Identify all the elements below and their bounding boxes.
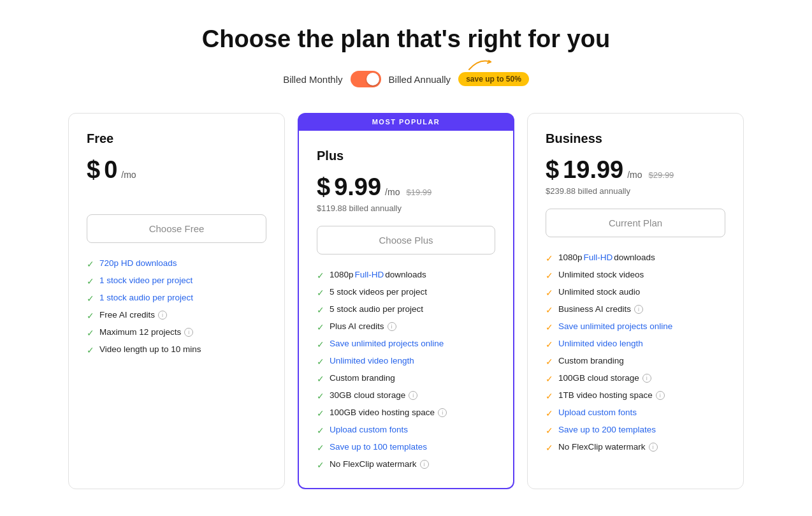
- check-icon: ✓: [87, 311, 94, 321]
- check-icon: ✓: [546, 253, 553, 263]
- list-item: ✓ 30GB cloud storage i: [317, 390, 495, 401]
- check-icon: ✓: [546, 391, 553, 401]
- page-title: Choose the plan that's right for you: [202, 26, 610, 53]
- feature-text: 1TB video hosting space i: [558, 390, 665, 400]
- price-dollar-free: $: [87, 156, 100, 184]
- price-billed-plus: $119.88 billed annually: [317, 203, 495, 213]
- price-amount-free: 0: [104, 156, 117, 184]
- info-icon[interactable]: i: [158, 311, 167, 320]
- list-item: ✓ 1 stock video per project: [87, 276, 266, 286]
- check-icon: ✓: [546, 357, 553, 367]
- choose-plus-button[interactable]: Choose Plus: [317, 226, 495, 254]
- plus-feature-list: ✓ 1080p Full-HD downloads ✓ 5 stock vide…: [317, 270, 495, 470]
- list-item: ✓ Save up to 200 templates: [546, 425, 725, 436]
- list-item: ✓ Upload custom fonts: [546, 408, 725, 418]
- choose-free-button[interactable]: Choose Free: [87, 214, 266, 243]
- price-per-free: /mo: [121, 170, 136, 180]
- list-item: ✓ 1080p Full-HD downloads: [546, 253, 725, 263]
- list-item: ✓ 100GB video hosting space i: [317, 408, 495, 418]
- list-item: ✓ Business AI credits i: [546, 304, 725, 315]
- info-icon[interactable]: i: [634, 305, 643, 314]
- feature-link[interactable]: Upload custom fonts: [558, 408, 637, 417]
- feature-link[interactable]: Upload custom fonts: [330, 425, 408, 434]
- check-icon: ✓: [317, 443, 324, 453]
- list-item: ✓ 5 stock videos per project: [317, 287, 495, 298]
- free-feature-list: ✓ 720p HD downloads ✓ 1 stock video per …: [87, 258, 266, 355]
- plan-card-business: Business $ 19.99 /mo $29.99 $239.88 bill…: [527, 113, 744, 489]
- feature-text: 720p HD downloads: [99, 258, 177, 268]
- info-icon[interactable]: i: [409, 391, 417, 400]
- feature-text: 5 stock audio per project: [330, 304, 423, 314]
- info-icon[interactable]: i: [388, 322, 396, 331]
- feature-text: Business AI credits i: [558, 304, 643, 314]
- feature-link[interactable]: Full-HD: [584, 253, 613, 262]
- feature-text: Unlimited video length: [330, 356, 414, 365]
- info-icon[interactable]: i: [438, 408, 447, 417]
- list-item: ✓ Custom branding: [546, 356, 725, 367]
- price-per-business: /mo: [627, 170, 642, 180]
- list-item: ✓ 1 stock audio per project: [87, 293, 266, 304]
- list-item: ✓ 1080p Full-HD downloads: [317, 270, 495, 281]
- feature-link[interactable]: 1 stock audio per project: [99, 293, 193, 302]
- list-item: ✓ 5 stock audio per project: [317, 304, 495, 315]
- feature-text: Custom branding: [558, 356, 624, 365]
- price-row-business: $ 19.99 /mo $29.99: [546, 156, 725, 184]
- feature-text: No FlexClip watermark i: [330, 459, 429, 469]
- feature-text: 30GB cloud storage i: [330, 390, 417, 400]
- check-icon: ✓: [317, 357, 324, 367]
- current-plan-button[interactable]: Current Plan: [546, 209, 725, 237]
- check-icon: ✓: [546, 270, 553, 281]
- price-dollar-plus: $: [317, 173, 330, 201]
- plan-card-plus: Plus $ 9.99 /mo $19.99 $119.88 billed an…: [298, 131, 514, 489]
- list-item: ✓ Custom branding: [317, 373, 495, 384]
- info-icon[interactable]: i: [649, 443, 658, 452]
- info-icon[interactable]: i: [642, 374, 651, 383]
- feature-link[interactable]: Full-HD: [355, 270, 384, 279]
- list-item: ✓ Plus AI credits i: [317, 321, 495, 332]
- feature-link[interactable]: Save unlimited projects online: [558, 321, 672, 331]
- list-item: ✓ No FlexClip watermark i: [546, 442, 725, 453]
- price-dollar-business: $: [546, 156, 559, 184]
- list-item: ✓ Maximum 12 projects i: [87, 327, 266, 338]
- popular-wrapper: MOST POPULAR Plus $ 9.99 /mo $19.99 $119…: [298, 113, 514, 489]
- feature-text: Save up to 200 templates: [558, 425, 656, 434]
- check-icon: ✓: [546, 288, 553, 298]
- check-icon: ✓: [546, 374, 553, 384]
- plan-card-free: Free $ 0 /mo Choose Free ✓ 720p HD downl…: [68, 113, 285, 489]
- info-icon[interactable]: i: [656, 391, 665, 400]
- check-icon: ✓: [87, 328, 94, 338]
- info-icon[interactable]: i: [184, 328, 193, 337]
- list-item: ✓ 100GB cloud storage i: [546, 373, 725, 384]
- feature-link[interactable]: Save unlimited projects online: [330, 339, 444, 348]
- price-original-business: $29.99: [649, 170, 674, 180]
- save-arrow-icon: [468, 57, 492, 71]
- price-row-free: $ 0 /mo: [87, 156, 266, 184]
- check-icon: ✓: [317, 322, 324, 332]
- billing-annually-label: Billed Annually: [389, 74, 451, 85]
- plans-container: Free $ 0 /mo Choose Free ✓ 720p HD downl…: [55, 113, 757, 489]
- price-amount-business: 19.99: [563, 156, 623, 184]
- check-icon: ✓: [317, 288, 324, 298]
- save-badge: save up to 50%: [458, 72, 529, 86]
- list-item: ✓ Unlimited stock audio: [546, 287, 725, 298]
- feature-text: Free AI credits i: [99, 310, 167, 320]
- billing-toggle[interactable]: [351, 71, 381, 87]
- check-icon: ✓: [87, 293, 94, 304]
- business-feature-list: ✓ 1080p Full-HD downloads ✓ Unlimited st…: [546, 253, 725, 453]
- list-item: ✓ Save unlimited projects online: [317, 339, 495, 350]
- info-icon[interactable]: i: [420, 460, 429, 469]
- feature-link[interactable]: Save up to 200 templates: [558, 425, 656, 434]
- check-icon: ✓: [546, 425, 553, 436]
- list-item: ✓ Unlimited video length: [317, 356, 495, 367]
- billing-toggle-section: Billed Monthly Billed Annually save up t…: [283, 71, 529, 87]
- feature-text: Video length up to 10 mins: [99, 344, 201, 354]
- feature-link[interactable]: Unlimited video length: [558, 339, 643, 348]
- check-icon: ✓: [317, 270, 324, 281]
- feature-link[interactable]: Save up to 100 templates: [330, 442, 427, 452]
- feature-link[interactable]: 720p HD downloads: [99, 258, 177, 268]
- billing-monthly-label: Billed Monthly: [283, 74, 342, 85]
- list-item: ✓ Video length up to 10 mins: [87, 344, 266, 355]
- feature-text: Unlimited stock audio: [558, 287, 640, 297]
- feature-link[interactable]: Unlimited video length: [330, 356, 414, 365]
- feature-link[interactable]: 1 stock video per project: [99, 276, 192, 285]
